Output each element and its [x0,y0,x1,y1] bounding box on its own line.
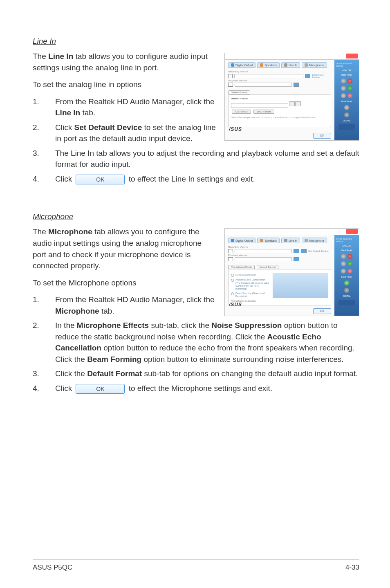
play-vol-label: Playback Volume [228,79,331,82]
jack-icon [341,86,346,91]
tab-digital-output[interactable]: Digital Output [228,238,256,243]
side-adv-label: Device advanced settings [336,238,357,242]
side-analog-label: ANALOG [343,70,351,72]
default-format-subtab[interactable]: Default Format [257,265,279,269]
microphone-heading: Microphone [33,212,359,221]
rec-vol-slider[interactable] [234,74,303,78]
mic-effects-subtab[interactable]: Microphone Effects [228,265,255,269]
mic-step-3: Click the Default Format sub-tab for opt… [33,368,359,379]
play-vol-slider[interactable] [235,83,292,87]
echo-cancel-radio[interactable] [231,279,234,282]
rec-vol-label: Recording Volume [228,70,331,73]
tab-speakers[interactable]: Speakers [257,62,280,68]
rec-vol-slider[interactable] [235,249,292,253]
footer-left: ASUS P5QC [33,563,72,572]
jack-icon [341,269,346,274]
play-vol-label: Playback Volume [228,254,331,256]
linein-step-2: Click Set Default Device to set the anal… [33,122,359,144]
tab-digital-output[interactable]: Digital Output [228,62,256,68]
rec-vol-label: Recording Volume [228,246,331,248]
tab-line-in[interactable]: Line In [281,62,300,68]
linein-step-4: Click OK to effect the Line In settings … [33,173,359,185]
tab-speakers[interactable]: Speakers [257,238,280,243]
linein-step-3: The Line In tab allows you to adjust the… [33,148,359,170]
jack-icon [347,86,352,91]
set-default-link[interactable]: Set Default Device [312,74,331,79]
jack-icon [344,288,349,293]
close-icon[interactable] [346,54,358,58]
tab-line-in[interactable]: Line In [281,238,300,243]
fig1-tabs: Digital Output Speakers Line In Micropho… [228,62,331,68]
jack-icon [347,79,352,83]
default-format-subtab[interactable]: Default Format [228,90,250,94]
jack-icon [341,261,346,266]
jack-icon [341,254,346,259]
ok-button[interactable]: OK [76,384,125,394]
play-vol-slider[interactable] [235,257,292,261]
mic-step-1: From the Realtek HD Audio Manager, click… [33,294,359,316]
jack-icon [347,269,352,274]
tab-microphone[interactable]: Microphone [302,238,327,243]
jack-icon [347,254,352,259]
jack-icon [347,261,352,266]
footer-right: 4-33 [345,563,359,572]
linein-step-1: From the Realtek HD Audio Manager, click… [33,96,359,119]
jack-icon [341,79,346,83]
close-icon[interactable] [346,229,358,234]
side-adv-label: Device advanced settings [336,62,357,67]
fig2-tabs: Digital Output Speakers Line In Micropho… [228,238,331,243]
mic-step-2: In the Microphone Effects sub-tab, click… [33,320,359,365]
side-analog-label: ANALOG [343,245,351,247]
noise-suppression-radio[interactable] [231,274,234,277]
ok-button[interactable]: OK [76,175,125,184]
mic-step-4: Click OK to effect the Microphone settin… [33,383,359,394]
tab-microphone[interactable]: Microphone [302,62,327,68]
set-default-link[interactable]: Set Default Device [308,250,329,252]
linein-heading: Line In [33,37,359,46]
jack-icon [344,281,349,285]
